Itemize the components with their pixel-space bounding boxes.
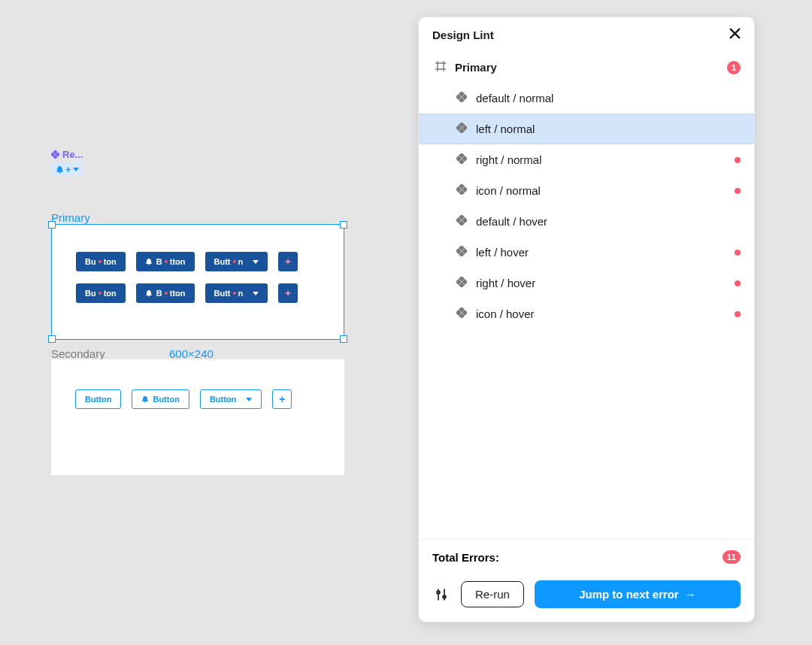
chevron-down-icon (73, 168, 79, 171)
design-lint-panel: Design Lint Primary 1 default / normalle… (418, 17, 755, 622)
tree-item[interactable]: left / hover (419, 237, 754, 268)
error-dot (735, 188, 741, 194)
panel-header: Design Lint (419, 17, 754, 52)
bell-icon (145, 258, 153, 265)
preview-button-sec-left[interactable]: Button (132, 389, 189, 409)
variant-icon (456, 184, 467, 197)
preview-button-right-normal[interactable]: Buttn (205, 252, 268, 271)
preview-button-sec-icon[interactable]: + (272, 389, 292, 409)
variant-icon (456, 153, 467, 166)
sparkle-icon (284, 258, 292, 265)
error-dot (735, 311, 741, 317)
tree-item[interactable]: right / hover (419, 268, 754, 298)
arrow-right-icon: → (685, 588, 696, 601)
panel-title: Design Lint (432, 29, 494, 41)
design-canvas: Re... + Primary Buton Btton Buttn Buton … (0, 0, 421, 645)
plus-icon: + (65, 165, 71, 174)
close-button[interactable] (729, 28, 741, 41)
tree-item-label: right / normal (476, 153, 735, 166)
layer-tree: Primary 1 default / normalleft / normalr… (419, 52, 754, 539)
tree-root-badge: 1 (727, 61, 741, 74)
bell-icon (56, 165, 64, 174)
chevron-down-icon (253, 260, 259, 264)
preview-button-sec-default[interactable]: Button (75, 389, 121, 409)
jump-to-next-error-button[interactable]: Jump to next error → (535, 580, 741, 608)
bell-icon (145, 289, 153, 297)
primary-variant-frame[interactable]: Buton Btton Buttn Buton Btton Buttn (51, 224, 344, 340)
frame-label-secondary[interactable]: Secondary (51, 347, 105, 360)
selection-handle-top-right[interactable] (340, 221, 347, 229)
preview-button-default-normal[interactable]: Buton (76, 252, 126, 271)
preview-button-right-hover[interactable]: Buttn (205, 283, 268, 303)
bell-icon (141, 395, 149, 403)
preview-button-left-normal[interactable]: Btton (136, 252, 195, 271)
frame-dimensions: 600×240 (169, 347, 214, 360)
frame-icon (435, 61, 446, 74)
plus-icon: + (279, 393, 285, 405)
secondary-variant-frame[interactable]: Button Button Button + (51, 359, 344, 475)
close-icon (729, 28, 741, 39)
total-errors-count: 11 (723, 550, 741, 564)
frame-label-primary[interactable]: Primary (51, 211, 90, 224)
tree-item[interactable]: right / normal (419, 144, 754, 175)
jump-label: Jump to next error (579, 588, 679, 601)
settings-button[interactable] (432, 586, 450, 604)
preview-button-icon-normal[interactable] (278, 252, 298, 271)
component-label-text: Re... (62, 149, 83, 160)
tree-item-label: default / normal (476, 92, 741, 104)
selection-handle-bottom-left[interactable] (48, 335, 56, 343)
sliders-icon (435, 589, 447, 601)
component-diamond-icon (51, 150, 59, 159)
chevron-down-icon (246, 398, 252, 401)
component-label[interactable]: Re... (51, 149, 83, 160)
variant-icon (456, 277, 467, 289)
tree-root-primary[interactable]: Primary 1 (419, 52, 754, 83)
error-dot (735, 157, 741, 163)
tree-item-label: left / hover (476, 246, 735, 259)
selection-handle-bottom-right[interactable] (340, 335, 347, 343)
tree-item-label: icon / hover (476, 307, 735, 320)
tree-item[interactable]: icon / hover (419, 298, 754, 329)
variant-icon (456, 123, 467, 135)
tree-item-label: default / hover (476, 215, 741, 228)
tree-item-label: icon / normal (476, 184, 735, 197)
panel-footer: Total Errors: 11 (419, 539, 754, 571)
variant-icon (456, 92, 467, 104)
tree-item[interactable]: left / normal (419, 114, 754, 144)
rerun-button[interactable]: Re-run (461, 581, 524, 607)
preview-button-default-hover[interactable]: Buton (76, 283, 126, 303)
total-errors-label: Total Errors: (432, 551, 499, 564)
tree-item-label: right / hover (476, 277, 735, 289)
panel-actions: Re-run Jump to next error → (419, 571, 754, 622)
tree-item-label: left / normal (476, 123, 741, 135)
tree-item[interactable]: default / normal (419, 83, 754, 114)
selection-handle-top-left[interactable] (48, 221, 56, 229)
tree-item[interactable]: default / hover (419, 206, 754, 237)
variant-toolbar[interactable]: + (51, 162, 83, 176)
tree-item[interactable]: icon / normal (419, 175, 754, 206)
sparkle-icon (284, 289, 292, 297)
variant-icon (456, 307, 467, 320)
tree-root-label: Primary (455, 61, 727, 74)
error-dot (735, 250, 741, 256)
chevron-down-icon (253, 292, 259, 295)
error-dot (735, 280, 741, 286)
variant-icon (456, 246, 467, 259)
preview-button-icon-hover[interactable] (278, 283, 298, 303)
variant-icon (456, 215, 467, 228)
preview-button-left-hover[interactable]: Btton (136, 283, 195, 303)
preview-button-sec-right[interactable]: Button (200, 389, 262, 409)
